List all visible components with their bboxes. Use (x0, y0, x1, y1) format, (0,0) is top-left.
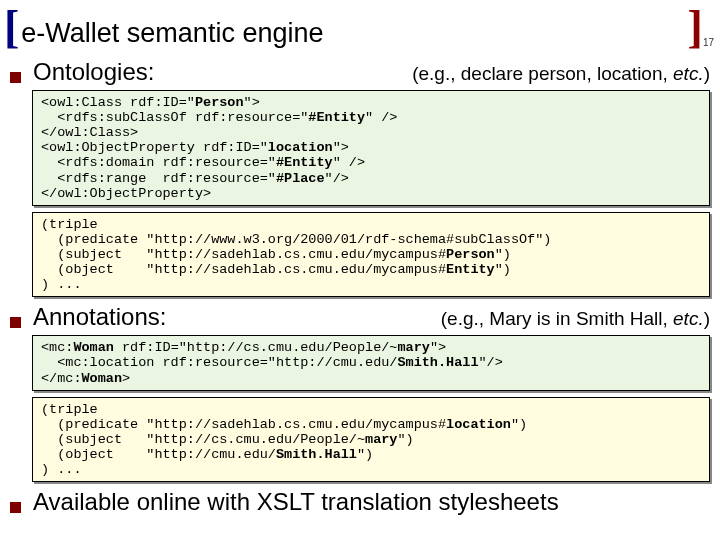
annotations-triple-code: (triple (predicate "http://sadehlab.cs.c… (32, 397, 710, 483)
ontologies-owl-code: <owl:Class rdf:ID="Person"> <rdfs:subCla… (32, 90, 710, 206)
ontologies-heading: Ontologies: (33, 58, 154, 86)
annotations-owl-code: <mc:Woman rdf:ID="http://cs.cmu.edu/Peop… (32, 335, 710, 390)
slide-title: e-Wallet semantic engine (21, 18, 323, 49)
bullet-icon (10, 72, 21, 83)
slide-header: [ e-Wallet semantic engine ] 17 (0, 0, 720, 56)
slide-content: Ontologies: (e.g., declare person, locat… (0, 58, 720, 516)
paren-suffix: etc. (673, 63, 704, 84)
paren-body: , Mary is in Smith Hall, (479, 308, 673, 329)
ontologies-row: Ontologies: (e.g., declare person, locat… (10, 58, 710, 86)
paren-prefix: (e.g. (441, 308, 479, 329)
paren-close: ) (704, 63, 710, 84)
paren-close: ) (704, 308, 710, 329)
closing-text: Available online with XSLT translation s… (33, 488, 559, 516)
ontologies-example: (e.g., declare person, location, etc.) (412, 63, 710, 85)
closing-row: Available online with XSLT translation s… (10, 488, 710, 516)
paren-suffix: etc. (673, 308, 704, 329)
annotations-heading: Annotations: (33, 303, 166, 331)
annotations-row: Annotations: (e.g., Mary is in Smith Hal… (10, 303, 710, 331)
slide-number: 17 (703, 37, 714, 48)
bullet-icon (10, 317, 21, 328)
bullet-icon (10, 502, 21, 513)
ontologies-triple-code: (triple (predicate "http://www.w3.org/20… (32, 212, 710, 298)
paren-body: , declare person, location, (450, 63, 673, 84)
annotations-example: (e.g., Mary is in Smith Hall, etc.) (441, 308, 710, 330)
bracket-left-icon: [ (4, 4, 19, 50)
bracket-right-icon: ] (688, 4, 703, 50)
paren-prefix: (e.g. (412, 63, 450, 84)
